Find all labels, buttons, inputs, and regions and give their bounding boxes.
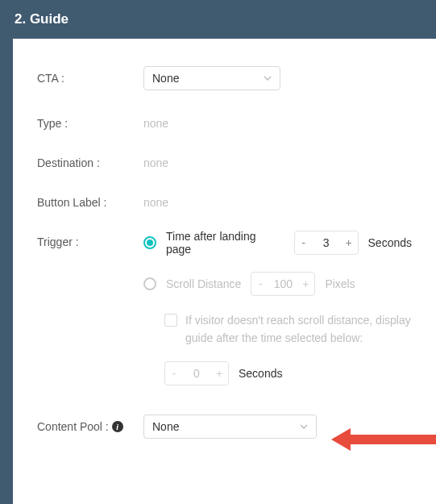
minus-button[interactable]: - (251, 277, 269, 290)
trigger-scroll-label: Scroll Distance (166, 277, 241, 290)
scroll-fallback-block: If visitor doesn't reach scroll distance… (164, 312, 412, 385)
minus-button[interactable]: - (295, 236, 313, 249)
fallback-checkbox-row: If visitor doesn't reach scroll distance… (164, 312, 412, 347)
row-cta: CTA : None (37, 66, 412, 90)
trigger-label: Trigger : (37, 230, 143, 248)
row-trigger: Trigger : Time after landing page - 3 + … (37, 230, 412, 385)
plus-button[interactable]: + (210, 367, 228, 380)
row-button-label: Button Label : none (37, 190, 412, 209)
fallback-checkbox[interactable] (164, 314, 177, 327)
trigger-block: Time after landing page - 3 + Seconds Sc… (143, 230, 412, 385)
trigger-time-option: Time after landing page - 3 + Seconds (143, 230, 412, 256)
info-icon[interactable]: i (112, 421, 123, 432)
annotation-arrow-icon (331, 426, 436, 453)
button-label-label: Button Label : (37, 190, 143, 209)
type-label: Type : (37, 111, 143, 130)
trigger-time-radio[interactable] (143, 236, 156, 249)
trigger-time-stepper[interactable]: - 3 + (294, 231, 359, 255)
destination-label: Destination : (37, 151, 143, 169)
cta-label: CTA : (37, 66, 143, 85)
trigger-time-label: Time after landing page (166, 230, 284, 256)
trigger-scroll-option: Scroll Distance - 100 + Pixels (143, 272, 412, 296)
fallback-stepper[interactable]: - 0 + (164, 361, 229, 385)
trigger-scroll-unit: Pixels (325, 277, 355, 290)
trigger-scroll-value: 100 (269, 277, 297, 290)
chevron-down-icon (300, 423, 308, 431)
fallback-stepper-row: - 0 + Seconds (164, 361, 412, 385)
content-pool-label-wrap: Content Pool : i (37, 414, 143, 433)
plus-button[interactable]: + (340, 236, 358, 249)
minus-button[interactable]: - (165, 367, 183, 380)
cta-select[interactable]: None (143, 66, 280, 90)
fallback-text: If visitor doesn't reach scroll distance… (185, 312, 412, 347)
section-title: 2. Guide (15, 11, 69, 27)
chevron-down-icon (264, 74, 272, 82)
row-destination: Destination : none (37, 151, 412, 169)
content-pool-select[interactable]: None (143, 414, 317, 439)
cta-select-value: None (152, 72, 179, 85)
trigger-time-value: 3 (313, 236, 340, 249)
fallback-unit: Seconds (239, 367, 282, 380)
content-pool-value: None (152, 420, 179, 433)
trigger-scroll-radio[interactable] (143, 277, 156, 290)
destination-value: none (143, 151, 412, 169)
plus-button[interactable]: + (297, 277, 314, 290)
type-value: none (143, 111, 412, 130)
svg-marker-0 (331, 428, 436, 451)
section-header: 2. Guide (0, 0, 436, 39)
content-pool-label: Content Pool : (37, 420, 109, 433)
fallback-value: 0 (183, 367, 210, 380)
row-type: Type : none (37, 111, 412, 130)
content-pool-value-wrap: None (143, 414, 317, 439)
trigger-scroll-stepper[interactable]: - 100 + (251, 272, 315, 296)
cta-value-wrap: None (143, 66, 280, 90)
trigger-time-unit: Seconds (368, 236, 412, 249)
button-label-value: none (143, 190, 412, 209)
